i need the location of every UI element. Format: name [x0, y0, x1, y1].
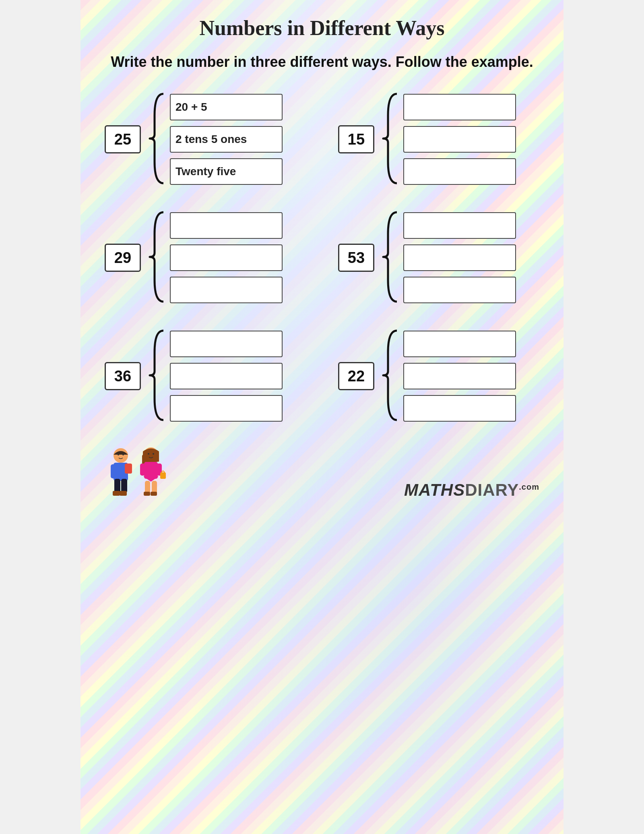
- svg-rect-4: [114, 479, 120, 493]
- svg-point-22: [153, 453, 154, 455]
- answer-box-ex2-3[interactable]: [403, 158, 516, 185]
- svg-rect-5: [121, 479, 127, 493]
- svg-rect-7: [120, 491, 127, 496]
- brace-ex3: [147, 211, 163, 305]
- svg-rect-15: [140, 464, 145, 476]
- page-title: Numbers in Different Ways: [105, 16, 539, 40]
- answer-boxes-ex4: [403, 212, 539, 303]
- brace-ex5: [147, 329, 163, 423]
- answer-box-ex2-1[interactable]: [403, 94, 516, 120]
- exercise-ex1: 25 20 + 52 tens 5 onesTwenty five: [105, 92, 306, 186]
- svg-rect-19: [144, 492, 150, 496]
- kids-illustration: [105, 443, 169, 500]
- brace-svg: [147, 92, 163, 185]
- svg-rect-6: [113, 491, 120, 496]
- answer-boxes-ex6: [403, 331, 539, 422]
- answer-box-ex5-3[interactable]: [170, 395, 283, 422]
- brace-svg: [381, 92, 397, 185]
- instructions-text: Write the number in three different ways…: [105, 52, 539, 72]
- answer-box-ex1-3: Twenty five: [170, 158, 283, 185]
- brace-svg: [381, 211, 397, 303]
- exercise-ex6: 22: [338, 329, 539, 423]
- exercise-ex4: 53: [338, 211, 539, 305]
- answer-box-ex3-3[interactable]: [170, 277, 283, 303]
- answer-boxes-ex5: [170, 331, 306, 422]
- number-box-ex6: 22: [338, 362, 374, 390]
- answer-box-ex3-2[interactable]: [170, 244, 283, 271]
- svg-rect-10: [125, 464, 132, 474]
- answer-box-ex6-1[interactable]: [403, 331, 516, 357]
- brand-logo: MATHSDIARY.com: [404, 480, 539, 500]
- number-box-ex2: 15: [338, 125, 374, 153]
- answer-boxes-ex3: [170, 212, 306, 303]
- brace-ex4: [381, 211, 397, 305]
- footer: MATHSDIARY.com: [105, 443, 539, 500]
- svg-rect-2: [111, 464, 116, 478]
- answer-box-ex3-1[interactable]: [170, 212, 283, 239]
- answer-box-ex1-2: 2 tens 5 ones: [170, 126, 283, 153]
- exercises-grid: 25 20 + 52 tens 5 onesTwenty five15 29 5…: [105, 92, 539, 423]
- number-box-ex3: 29: [105, 244, 141, 272]
- exercise-ex2: 15: [338, 92, 539, 186]
- answer-box-ex4-2[interactable]: [403, 244, 516, 271]
- answer-box-ex4-1[interactable]: [403, 212, 516, 239]
- brace-svg: [147, 329, 163, 422]
- svg-point-21: [148, 453, 149, 455]
- answer-box-ex2-2[interactable]: [403, 126, 516, 153]
- answer-box-ex5-2[interactable]: [170, 363, 283, 389]
- brace-svg: [147, 211, 163, 303]
- brace-ex2: [381, 92, 397, 186]
- answer-box-ex6-3[interactable]: [403, 395, 516, 422]
- exercise-ex5: 36: [105, 329, 306, 423]
- brace-ex6: [381, 329, 397, 423]
- exercise-ex3: 29: [105, 211, 306, 305]
- svg-rect-23: [160, 472, 166, 479]
- svg-point-0: [114, 448, 128, 463]
- number-box-ex5: 36: [105, 362, 141, 390]
- answer-box-ex1-1: 20 + 5: [170, 94, 283, 120]
- number-box-ex4: 53: [338, 244, 374, 272]
- svg-point-8: [118, 454, 119, 455]
- brace-svg: [381, 329, 397, 422]
- number-box-ex1: 25: [105, 125, 141, 153]
- svg-rect-14: [144, 462, 158, 479]
- answer-box-ex6-2[interactable]: [403, 363, 516, 389]
- brace-ex1: [147, 92, 163, 186]
- answer-boxes-ex2: [403, 94, 539, 185]
- answer-boxes-ex1: 20 + 52 tens 5 onesTwenty five: [170, 94, 306, 185]
- svg-rect-20: [151, 492, 157, 496]
- answer-box-ex4-3[interactable]: [403, 277, 516, 303]
- svg-point-9: [122, 454, 124, 455]
- answer-box-ex5-1[interactable]: [170, 331, 283, 357]
